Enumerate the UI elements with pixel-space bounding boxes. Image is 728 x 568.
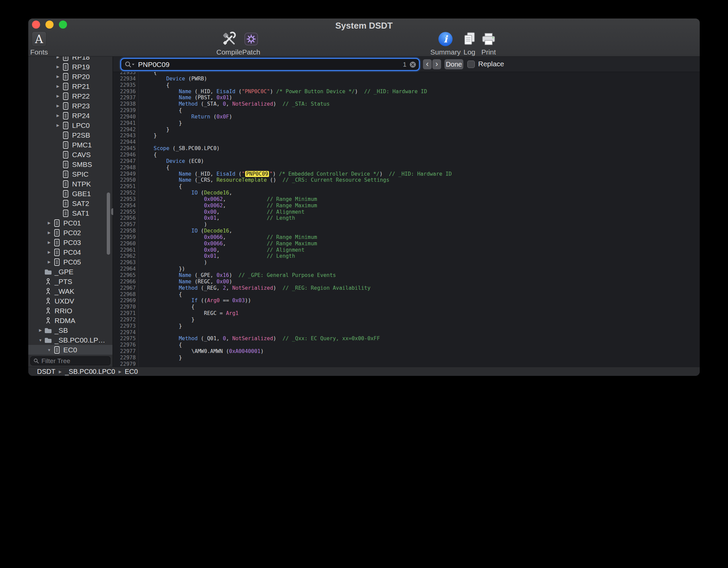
status-bar: DSDT▸_SB.PC00.LPC0▸EC0 [28, 367, 700, 376]
patch-button[interactable]: Patch [231, 31, 271, 56]
code-line: 22935 { [113, 82, 700, 88]
disclosure-triangle-icon[interactable]: ▶ [55, 65, 61, 69]
replace-checkbox[interactable] [467, 61, 475, 68]
code-text: { [139, 72, 157, 76]
sidebar-item-rp24[interactable]: ▶RP24 [28, 111, 112, 120]
sidebar-item-label: _PTS [55, 278, 72, 286]
sidebar-item-label: RRIO [55, 307, 72, 315]
code-line: 22959 0x0066, // Range Minimum [113, 234, 700, 241]
disclosure-triangle-icon[interactable]: ▼ [37, 338, 44, 342]
line-number: 22950 [113, 177, 139, 183]
sidebar-item-gbe1[interactable]: GBE1 [28, 189, 112, 199]
code-line: 22958 IO (Decode16, [113, 228, 700, 234]
search-menu-icon[interactable] [125, 61, 136, 68]
disclosure-triangle-icon[interactable]: ▶ [55, 104, 61, 108]
sidebar-item-lpc0[interactable]: ▶LPC0 [28, 120, 112, 130]
code-text: 0x01, // Length [139, 253, 295, 259]
sidebar-item-gpe[interactable]: _GPE [28, 267, 112, 277]
disclosure-triangle-icon[interactable]: ▶ [55, 84, 61, 88]
replace-label: Replace [478, 60, 504, 68]
line-number: 22944 [113, 139, 139, 145]
sidebar-scrollbar[interactable] [107, 192, 110, 255]
code-line: 22940 Return (0x0F) [113, 114, 700, 120]
code-text: Name (REGC, 0x00) [139, 279, 232, 285]
code-line: 22936 Name (_HID, EisaId ("PNP0C0C") /* … [113, 88, 700, 95]
code-text: 0x01, // Length [139, 215, 295, 221]
find-next-button[interactable]: › [432, 59, 441, 69]
code-line: 22967 Method (_REG, 2, NotSerialized) //… [113, 285, 700, 291]
sidebar-item-rp22[interactable]: ▶RP22 [28, 91, 112, 101]
code-line: 22943 } [113, 133, 700, 139]
clear-search-icon[interactable] [409, 61, 417, 68]
line-number: 22959 [113, 234, 139, 241]
sidebar-item-pc01[interactable]: ▶PC01 [28, 218, 112, 228]
sidebar-item-uxdv[interactable]: UXDV [28, 296, 112, 306]
sidebar-item-label: PC03 [63, 239, 81, 247]
sidebar-item-label: _SB.PC00.LP… [55, 336, 105, 344]
filter-tree-input[interactable] [41, 357, 107, 365]
line-number: 22936 [113, 88, 139, 95]
sidebar-item-label: PC04 [63, 248, 81, 256]
sidebar-item-ntpk[interactable]: NTPK [28, 179, 112, 189]
code-text: { [139, 152, 157, 158]
sidebar-item-pc04[interactable]: ▶PC04 [28, 247, 112, 257]
fonts-button[interactable]: A Fonts [28, 31, 59, 56]
device-icon [61, 209, 70, 217]
sidebar-item-pts[interactable]: _PTS [28, 277, 112, 286]
find-input[interactable] [138, 61, 403, 69]
device-icon [61, 161, 70, 169]
print-button[interactable]: Print [468, 31, 509, 56]
code-text: Method (_Q01, 0, NotSerialized) // _Qxx:… [139, 335, 380, 342]
patch-label: Patch [231, 48, 271, 56]
disclosure-triangle-icon[interactable]: ▶ [55, 123, 61, 128]
sidebar-item-sb[interactable]: ▶_SB [28, 325, 112, 335]
code-line: 22948 { [113, 165, 700, 171]
sidebar-item-ec0[interactable]: ▼EC0 [28, 345, 112, 355]
disclosure-triangle-icon[interactable]: ▶ [55, 113, 61, 118]
disclosure-triangle-icon[interactable]: ▶ [46, 221, 53, 225]
sidebar-item-sat1[interactable]: SAT1 [28, 208, 112, 218]
find-previous-button[interactable]: ‹ [423, 59, 432, 69]
folder-icon [44, 337, 53, 344]
disclosure-triangle-icon[interactable]: ▶ [46, 250, 53, 254]
disclosure-triangle-icon[interactable]: ▶ [46, 230, 53, 235]
code-text: } [139, 323, 182, 329]
sidebar-item-sat2[interactable]: SAT2 [28, 199, 112, 208]
code-line: 22951 { [113, 183, 700, 190]
sidebar-item-pc02[interactable]: ▶PC02 [28, 228, 112, 238]
sidebar-item-spic[interactable]: SPIC [28, 169, 112, 179]
sidebar-item-rdma[interactable]: RDMA [28, 316, 112, 325]
sidebar-item-rp19[interactable]: ▶RP19 [28, 62, 112, 72]
code-line: 22972 } [113, 317, 700, 323]
sidebar-item-rrio[interactable]: RRIO [28, 306, 112, 316]
sidebar-item-rp18[interactable]: ▶RP18 [28, 57, 112, 62]
done-button[interactable]: Done [444, 59, 463, 69]
line-number: 22974 [113, 329, 139, 336]
disclosure-triangle-icon[interactable]: ▶ [55, 57, 61, 59]
sidebar-item-label: NTPK [72, 180, 91, 188]
line-number: 22975 [113, 335, 139, 342]
disclosure-triangle-icon[interactable]: ▶ [55, 94, 61, 98]
code-line: 22960 0x0066, // Range Maximum [113, 241, 700, 247]
sidebar-item-smbs[interactable]: SMBS [28, 159, 112, 169]
disclosure-triangle-icon[interactable]: ▶ [46, 260, 53, 264]
sidebar-item-rp21[interactable]: ▶RP21 [28, 81, 112, 91]
editor-pane: 1 ‹ › Done Replace 22933 {22934 Device (… [113, 57, 700, 367]
sidebar-item-rp23[interactable]: ▶RP23 [28, 101, 112, 111]
device-icon [61, 121, 70, 130]
disclosure-triangle-icon[interactable]: ▶ [55, 74, 61, 79]
sidebar-item-cavs[interactable]: CAVS [28, 150, 112, 159]
disclosure-triangle-icon[interactable]: ▶ [37, 328, 44, 332]
sidebar-item-p2sb[interactable]: P2SB [28, 130, 112, 140]
sidebar-item-rp20[interactable]: ▶RP20 [28, 72, 112, 81]
sidebar-item-label: _WAK [55, 287, 74, 295]
code-editor[interactable]: 22933 {22934 Device (PWRB)22935 {22936 N… [113, 72, 700, 367]
method-icon [44, 278, 53, 286]
disclosure-triangle-icon[interactable]: ▶ [46, 240, 53, 245]
sidebar-item-pc03[interactable]: ▶PC03 [28, 238, 112, 247]
sidebar-item-pc05[interactable]: ▶PC05 [28, 257, 112, 267]
sidebar-item-sb-pc00-lp[interactable]: ▼_SB.PC00.LP… [28, 335, 112, 345]
sidebar-item-wak[interactable]: _WAK [28, 286, 112, 296]
disclosure-triangle-icon[interactable]: ▼ [46, 348, 53, 352]
sidebar-item-pmc1[interactable]: PMC1 [28, 140, 112, 150]
